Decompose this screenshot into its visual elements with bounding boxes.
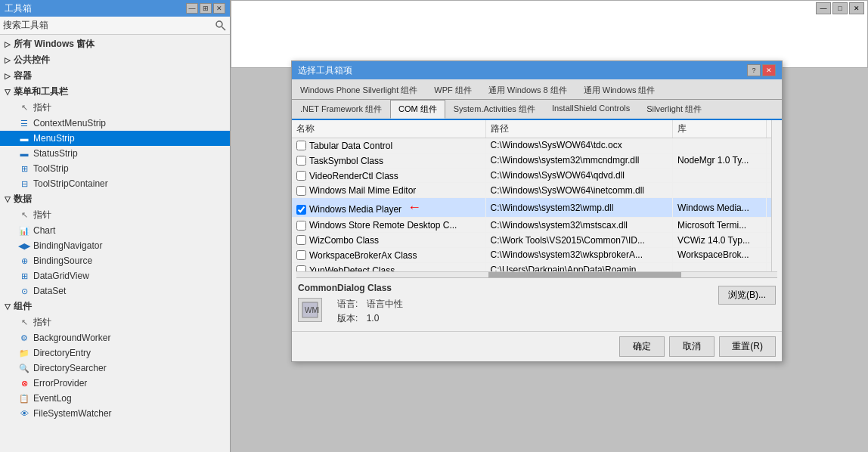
- table-row[interactable]: Tabular Data ControlC:\Windows\SysWOW64\…: [292, 138, 782, 153]
- toolbox-item-dirsearch[interactable]: 🔍 DirectorySearcher: [0, 361, 230, 376]
- table-row[interactable]: TaskSymbol ClassC:\Windows\system32\mmcn…: [292, 153, 782, 168]
- item-errorprov-label: ErrorProvider: [33, 378, 87, 389]
- table-row[interactable]: VideoRenderCtl ClassC:\Windows\SysWOW64\…: [292, 168, 782, 183]
- comp-checkbox[interactable]: [296, 171, 306, 181]
- item-datagrid-label: DataGridView: [33, 271, 89, 281]
- comp-checkbox[interactable]: [296, 205, 306, 215]
- comp-checkbox[interactable]: [296, 250, 306, 260]
- tab-wpf[interactable]: WPF 组件: [426, 81, 480, 99]
- search-icon[interactable]: [215, 20, 227, 32]
- tab-wp-silverlight[interactable]: Windows Phone Silverlight 组件: [292, 81, 426, 99]
- toolbox-item-pointer-data[interactable]: ↖ 指针: [0, 207, 230, 223]
- table-row[interactable]: Windows Mail Mime EditorC:\Windows\SysWO…: [292, 183, 782, 198]
- toolbox-item-pointer-menu[interactable]: ↖ 指针: [0, 100, 230, 116]
- toolbox-item-statusstrip[interactable]: ▬ StatusStrip: [0, 146, 230, 161]
- main-area: — □ ✕ 选择工具箱项 ? ✕ Windows Phone Silverlig…: [231, 0, 868, 452]
- table-row[interactable]: WorkspaceBrokerAx ClassC:\Windows\system…: [292, 247, 782, 262]
- comp-lib: [673, 262, 767, 271]
- dialog-help-btn[interactable]: ?: [747, 64, 761, 76]
- table-row[interactable]: Windows Store Remote Desktop C...C:\Wind…: [292, 218, 782, 233]
- table-row[interactable]: WizCombo ClassC:\Work Tools\VS2015\Commo…: [292, 233, 782, 248]
- toolbox-item-errorprov[interactable]: ⊗ ErrorProvider: [0, 376, 230, 391]
- item-direntry-label: DirectoryEntry: [33, 348, 91, 358]
- item-bgworker-label: BackgroundWorker: [33, 333, 111, 343]
- toolbox-item-menustrip[interactable]: ▬ MenuStrip: [0, 131, 230, 146]
- comp-checkbox[interactable]: [296, 235, 306, 245]
- comp-checkbox[interactable]: [296, 156, 306, 166]
- comp-lib: [673, 138, 767, 153]
- toolbox-item-context-menu[interactable]: ☰ ContextMenuStrip: [0, 116, 230, 131]
- svg-point-0: [216, 21, 222, 27]
- comp-checkbox[interactable]: [296, 221, 306, 231]
- toolbox-item-binding-nav[interactable]: ◀▶ BindingNavigator: [0, 238, 230, 253]
- section-common-controls[interactable]: ▷ 公共控件: [0, 52, 230, 68]
- comp-checkbox[interactable]: [296, 141, 306, 150]
- toolbox-item-chart[interactable]: 📊 Chart: [0, 223, 230, 238]
- component-table-wrapper: 名称 路径 库 Tabular Data ControlC:\Windows\S…: [292, 120, 782, 271]
- col-name: 名称: [292, 120, 485, 138]
- tab-silverlight[interactable]: Silverlight 组件: [638, 100, 710, 119]
- tab-net-fw[interactable]: .NET Framework 组件: [292, 100, 390, 119]
- dialog-close-btn[interactable]: ✕: [762, 64, 776, 76]
- toolbox-item-toolstrip[interactable]: ⊞ ToolStrip: [0, 161, 230, 176]
- toolbox-float-btn[interactable]: ⊞: [200, 3, 212, 14]
- item-toolstrip-container-label: ToolStripContainer: [33, 178, 108, 189]
- comp-lib: WorkspaceBrok...: [673, 247, 767, 262]
- comp-name: Windows Media Player: [309, 204, 401, 215]
- desc-icon: WMP: [298, 298, 322, 322]
- table-vscroll[interactable]: [771, 120, 782, 271]
- toolbox-title: 工具箱: [5, 2, 32, 15]
- direntry-icon: 📁: [18, 347, 30, 359]
- tab-win8[interactable]: 通用 Windows 8 组件: [480, 81, 575, 99]
- section-components[interactable]: ▽ 组件: [0, 299, 230, 314]
- section-data-label: 数据: [14, 193, 32, 206]
- toolbox-item-dataset[interactable]: ⊙ DataSet: [0, 283, 230, 299]
- toolbox-search-bar: 搜索工具箱: [0, 17, 230, 35]
- toolbox-pin-btn[interactable]: —: [186, 3, 198, 14]
- toolbox-item-direntry[interactable]: 📁 DirectoryEntry: [0, 345, 230, 361]
- comp-checkbox[interactable]: [296, 186, 306, 196]
- browse-button[interactable]: 浏览(B)...: [718, 286, 776, 305]
- tab-installshield[interactable]: InstallShield Controls: [544, 100, 638, 119]
- toolbox-content: ▷ 所有 Windows 窗体 ▷ 公共控件 ▷ 容器 ▽ 菜单和工具栏 ↖ 指…: [0, 35, 230, 452]
- section-menus[interactable]: ▽ 菜单和工具栏: [0, 84, 230, 100]
- toolbox-item-filesyswatcher[interactable]: 👁 FileSystemWatcher: [0, 406, 230, 421]
- section-all-windows[interactable]: ▷ 所有 Windows 窗体: [0, 36, 230, 52]
- item-eventlog-label: EventLog: [33, 393, 72, 404]
- ok-button[interactable]: 确定: [619, 336, 665, 357]
- toolbox-item-binding-src[interactable]: ⊕ BindingSource: [0, 253, 230, 268]
- behind-minimize[interactable]: —: [816, 2, 831, 14]
- table-hscroll[interactable]: [296, 271, 777, 277]
- tab-com[interactable]: COM 组件: [390, 100, 445, 119]
- behind-window: — □ ✕: [231, 0, 868, 68]
- dirsearch-icon: 🔍: [18, 362, 30, 374]
- behind-close[interactable]: ✕: [849, 2, 864, 14]
- toolbox-item-datagrid[interactable]: ⊞ DataGridView: [0, 268, 230, 283]
- toolbox-item-eventlog[interactable]: 📋 EventLog: [0, 391, 230, 406]
- comp-name: Windows Store Remote Desktop C...: [309, 220, 457, 231]
- behind-restore[interactable]: □: [832, 2, 848, 14]
- tab-win-comp[interactable]: 通用 Windows 组件: [575, 81, 664, 99]
- comp-path: C:\Windows\system32\wkspbrokerA...: [485, 247, 672, 262]
- toolbox-item-bgworker[interactable]: ⚙ BackgroundWorker: [0, 330, 230, 345]
- comp-checkbox[interactable]: [296, 265, 306, 271]
- desc-name: CommonDialog Class: [298, 283, 711, 293]
- reset-button[interactable]: 重置(R): [719, 336, 776, 357]
- toolbox-close-btn[interactable]: ✕: [213, 3, 225, 14]
- filesys-icon: 👁: [18, 407, 30, 419]
- table-hscroll-thumb[interactable]: [488, 272, 680, 277]
- cancel-button[interactable]: 取消: [669, 336, 715, 357]
- toolbox-item-pointer-comp[interactable]: ↖ 指针: [0, 314, 230, 330]
- comp-path: C:\Windows\system32\wmp.dll: [485, 198, 672, 218]
- table-row[interactable]: Windows Media Player←C:\Windows\system32…: [292, 198, 782, 218]
- comp-path: C:\Windows\system32\mmcndmgr.dll: [485, 153, 672, 168]
- arrow-containers: ▷: [5, 72, 11, 80]
- section-data[interactable]: ▽ 数据: [0, 191, 230, 207]
- dialog-titlebar: 选择工具箱项 ? ✕: [292, 61, 782, 79]
- table-row[interactable]: YunWebDetect ClassC:\Users\Darkpain\AppD…: [292, 262, 782, 271]
- tab-sys-activities[interactable]: System.Activities 组件: [445, 100, 544, 119]
- comp-name: Windows Mail Mime Editor: [309, 185, 416, 196]
- dialog-title: 选择工具箱项: [298, 64, 352, 77]
- section-containers[interactable]: ▷ 容器: [0, 68, 230, 84]
- toolbox-item-toolstrip-container[interactable]: ⊟ ToolStripContainer: [0, 176, 230, 191]
